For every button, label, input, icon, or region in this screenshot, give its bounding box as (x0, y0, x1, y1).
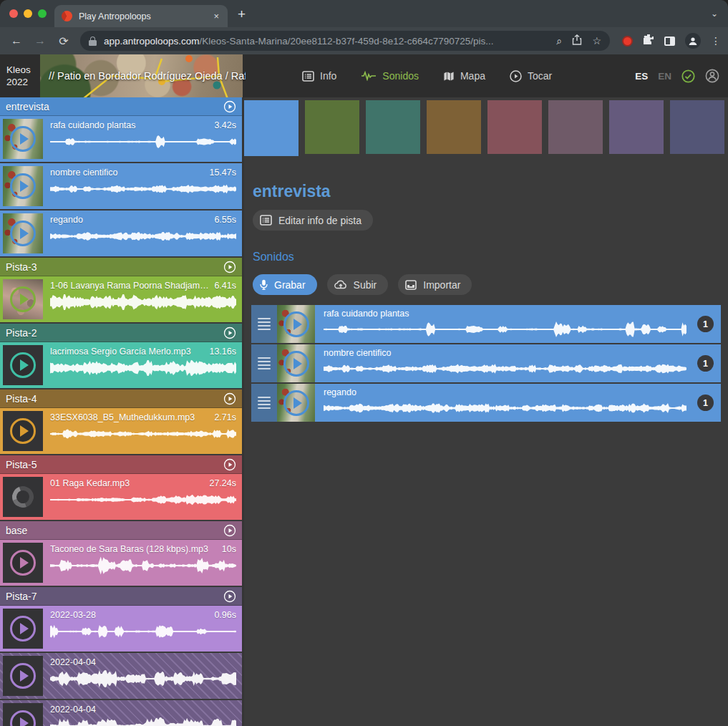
clip-thumbnail[interactable] (3, 119, 43, 159)
sound-row-rafa[interactable]: rafa cuidando plantas 1 (251, 305, 721, 343)
record-button[interactable]: Grabar (253, 274, 317, 295)
waveform (50, 180, 236, 198)
thumb-play-icon[interactable] (283, 390, 309, 416)
sound-thumbnail[interactable] (277, 344, 315, 382)
nav-tab-info[interactable]: Info (302, 70, 336, 82)
language-es-button[interactable]: ES (635, 71, 648, 82)
clip-thumbnail[interactable] (3, 279, 43, 319)
swatch-pista-2[interactable] (366, 100, 420, 154)
sound-thumbnail[interactable] (277, 305, 315, 343)
swatch-pista-7[interactable] (609, 100, 664, 154)
clip-rafa-cuidando-plantas[interactable]: rafa cuidando plantas3.42s (0, 116, 242, 162)
clip-thumbnail[interactable] (3, 345, 43, 385)
thumb-play-icon[interactable] (10, 352, 36, 378)
thumb-play-icon[interactable] (10, 550, 36, 576)
swatch-entrevista[interactable] (244, 100, 299, 156)
thumb-play-icon[interactable] (10, 616, 36, 642)
close-tab-icon[interactable]: × (212, 11, 220, 21)
clip-thumbnail-loading[interactable] (3, 477, 43, 517)
clip-muthedukkum[interactable]: 33ESX6038_B5_Muthedukkum.mp32.71s (0, 408, 242, 454)
swatch-pista-4[interactable] (427, 100, 481, 154)
back-button[interactable]: ← (9, 34, 24, 47)
app-logo[interactable]: Kleos 2022 (0, 64, 40, 88)
extensions-puzzle-icon[interactable] (643, 34, 654, 48)
thumb-play-icon[interactable] (10, 173, 36, 199)
thumb-play-icon[interactable] (10, 221, 36, 246)
track-header-pista-5[interactable]: Pista-5 (0, 455, 242, 474)
track-header-base[interactable]: base (0, 521, 242, 540)
clip-thumbnail[interactable] (3, 609, 43, 649)
language-en-button[interactable]: EN (658, 71, 671, 82)
record-extension-icon[interactable] (622, 36, 633, 47)
forward-button[interactable]: → (33, 34, 47, 47)
swatch-pista-3[interactable] (305, 100, 359, 154)
thumb-play-icon[interactable] (10, 286, 36, 312)
clip-lavanya[interactable]: 1-06 Lavanya Rama Poorna Shadjam Rupak..… (0, 276, 242, 322)
clip-thumbnail[interactable] (3, 543, 43, 583)
edit-track-info-button[interactable]: Editar info de pista (253, 210, 373, 231)
sound-thumbnail[interactable] (277, 384, 315, 422)
browser-tab[interactable]: Play Antropoloops × (54, 5, 228, 27)
track-play-icon[interactable] (223, 524, 236, 537)
clip-thumbnail[interactable] (3, 703, 43, 726)
nav-tab-tocar[interactable]: Tocar (510, 70, 552, 82)
track-header-pista-4[interactable]: Pista-4 (0, 389, 242, 408)
track-play-icon[interactable] (223, 590, 236, 603)
clip-thumbnail[interactable] (3, 166, 43, 206)
clip-nombre-cientifico[interactable]: nombre cientifico15.47s (0, 163, 242, 209)
thumb-play-icon[interactable] (10, 663, 36, 689)
thumb-play-icon[interactable] (283, 351, 309, 377)
nav-tab-sonidos[interactable]: Sonidos (361, 70, 419, 82)
nav-tab-mapa[interactable]: Mapa (443, 70, 485, 82)
tab-search-chevron-icon[interactable]: ⌄ (711, 9, 718, 19)
clip-2022-04-04-muted[interactable]: 2022-04-04 (0, 653, 242, 699)
clip-regando[interactable]: regando6.55s (0, 210, 242, 256)
lock-icon[interactable] (89, 37, 97, 46)
sound-row-regando[interactable]: regando 1 (251, 384, 721, 422)
thumb-play-icon[interactable] (10, 126, 36, 152)
track-header-pista-2[interactable]: Pista-2 (0, 324, 242, 342)
clip-thumbnail[interactable] (3, 213, 43, 253)
reload-button[interactable]: ⟳ (57, 34, 71, 48)
thumb-play-icon[interactable] (283, 311, 309, 337)
clip-2022-03-28[interactable]: 2022-03-280.96s (0, 606, 242, 652)
clip-thumbnail[interactable] (3, 411, 43, 451)
zoom-icon[interactable]: ⌕ (557, 35, 563, 47)
clip-thumbnail[interactable] (3, 656, 43, 696)
sound-row-nombre[interactable]: nombre cientifico 1 (251, 344, 721, 382)
upload-button[interactable]: Subir (327, 274, 389, 295)
track-play-icon[interactable] (223, 100, 236, 113)
clip-2022-04-04-muted-2[interactable]: 2022-04-04 (0, 700, 242, 726)
drag-handle-icon[interactable] (251, 305, 277, 343)
address-bar[interactable]: app.antropoloops.com/Kleos-Santa-Marina/… (80, 31, 610, 51)
track-header-pista-7[interactable]: Pista-7 (0, 587, 242, 606)
minimize-window-button[interactable] (24, 9, 32, 18)
swatch-extra[interactable] (670, 100, 724, 154)
track-play-icon[interactable] (223, 326, 236, 339)
maximize-window-button[interactable] (38, 9, 47, 18)
import-button[interactable]: Importar (398, 274, 472, 295)
profile-avatar[interactable] (685, 33, 701, 49)
thumb-play-icon[interactable] (10, 710, 36, 726)
track-header-pista-3[interactable]: Pista-3 (0, 258, 242, 276)
sync-check-icon[interactable] (681, 69, 695, 83)
share-icon[interactable] (572, 34, 582, 47)
drag-handle-icon[interactable] (251, 384, 277, 422)
track-play-icon[interactable] (223, 261, 236, 274)
bookmark-star-icon[interactable]: ☆ (592, 35, 601, 47)
thumb-play-icon[interactable] (10, 418, 36, 444)
browser-menu-icon[interactable]: ⋮ (711, 39, 721, 43)
side-panel-icon[interactable] (664, 37, 675, 46)
clip-taconeo[interactable]: Taconeo de Sara Baras (128 kbps).mp310s (0, 540, 242, 586)
close-window-button[interactable] (9, 9, 18, 18)
track-play-icon[interactable] (223, 458, 236, 471)
track-play-icon[interactable] (223, 392, 236, 405)
swatch-base[interactable] (548, 100, 603, 154)
swatch-pista-5[interactable] (487, 100, 542, 154)
track-header-entrevista[interactable]: entrevista (0, 97, 242, 116)
drag-handle-icon[interactable] (251, 344, 277, 382)
account-icon[interactable] (705, 69, 719, 83)
clip-raga-kedar[interactable]: 01 Raga Kedar.mp327.24s (0, 474, 242, 520)
clip-lacrimosa[interactable]: lacrimosa Sergio García Merlo.mp313.16s (0, 342, 242, 388)
new-tab-button[interactable]: + (238, 7, 246, 21)
